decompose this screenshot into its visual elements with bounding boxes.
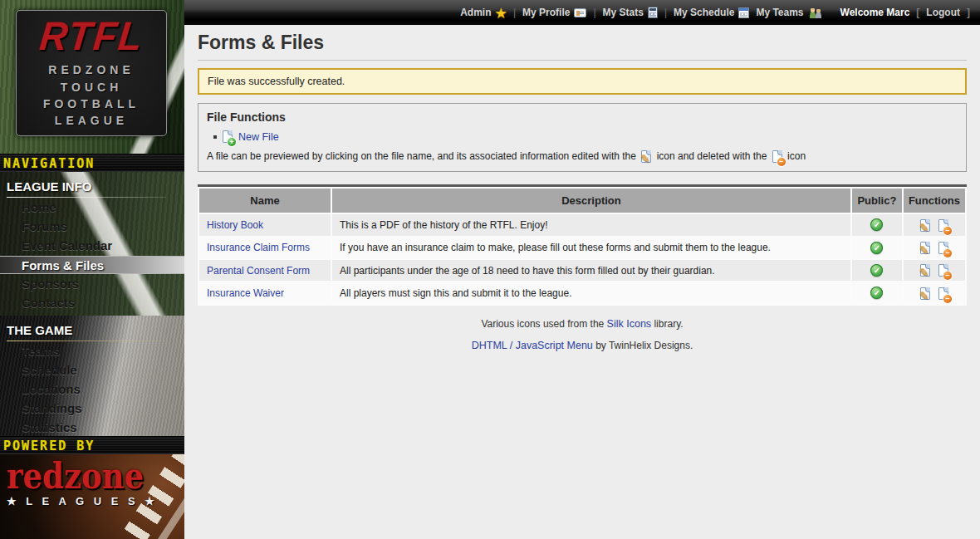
- silk-icons-link[interactable]: Silk Icons: [607, 318, 652, 330]
- table-header-row: Name Description Public? Functions: [199, 189, 965, 213]
- list-bullet: [213, 135, 217, 139]
- files-table: Name Description Public? Functions Histo…: [198, 184, 967, 305]
- logo-title: RTFL: [37, 16, 145, 56]
- topbar-separator: |: [593, 7, 595, 18]
- file-name-link[interactable]: Insurance Waiver: [207, 287, 284, 299]
- logout-bracket: ]: [967, 7, 970, 18]
- delete-icon[interactable]: [938, 264, 948, 277]
- sidebar-item-schedule[interactable]: Schedule: [0, 361, 184, 380]
- sidebar-item-locations[interactable]: Locations: [0, 380, 184, 399]
- sidebar-section-league-info: LEAGUE INFO Home Forums Event Calendar F…: [0, 172, 184, 316]
- vcard-icon: [574, 8, 586, 17]
- leagues-logo-text: ★ L E A G U E S ★: [7, 495, 158, 507]
- edit-icon[interactable]: [920, 264, 930, 277]
- page: RTFL REDZONE TOUCH FOOTBALL LEAGUE NAVIG…: [0, 0, 980, 539]
- footer-menu-text: by TwinHelix Designs.: [595, 340, 693, 351]
- column-header-public: Public?: [852, 189, 902, 213]
- page-footer: Various icons used from the Silk Icons l…: [198, 318, 967, 351]
- file-name-link[interactable]: Insurance Claim Forms: [207, 242, 310, 253]
- file-functions-box: File Functions New File A file can be pr…: [198, 103, 967, 172]
- sidebar-item-forums[interactable]: Forums: [0, 218, 184, 236]
- league-logo[interactable]: RTFL REDZONE TOUCH FOOTBALL LEAGUE: [16, 10, 167, 136]
- file-functions-title: File Functions: [207, 110, 958, 124]
- topbar-my-profile-label: My Profile: [522, 7, 570, 18]
- table-row: Insurance Waiver All players must sign t…: [199, 282, 965, 303]
- file-description: If you have an insurance claim to make, …: [332, 238, 850, 258]
- logo-subtitle-line: FOOTBALL: [43, 96, 140, 112]
- sidebar-section-the-game: THE GAME Teams Schedule Locations Standi…: [0, 316, 184, 436]
- file-name-link[interactable]: Parental Consent Form: [207, 265, 310, 277]
- new-file-icon: [223, 130, 233, 143]
- section-title-the-game: THE GAME: [0, 321, 184, 341]
- topbar-my-schedule-label: My Schedule: [674, 7, 734, 18]
- logo-subtitle-line: TOUCH: [61, 79, 123, 96]
- logo-subtitle-line: REDZONE: [48, 61, 134, 78]
- topbar-separator: |: [664, 7, 667, 18]
- sidebar: RTFL REDZONE TOUCH FOOTBALL LEAGUE NAVIG…: [0, 0, 184, 539]
- flash-notice: File was successfully created.: [198, 68, 967, 95]
- star-icon: ★: [495, 7, 506, 19]
- new-file-row: New File: [213, 130, 958, 143]
- content-area: Admin ★ | My Profile | My Stats | My Sch…: [184, 0, 980, 539]
- edit-icon[interactable]: [920, 287, 930, 300]
- logout-link[interactable]: Logout: [926, 7, 960, 18]
- table-row: Parental Consent Form All participants u…: [199, 260, 965, 281]
- redzone-leagues-logo[interactable]: redzone ★ L E A G U E S ★: [7, 461, 158, 507]
- sidebar-item-forms-files[interactable]: Forms & Files: [0, 256, 184, 274]
- table-row: History Book This is a PDF of the histor…: [199, 214, 965, 235]
- sidebar-item-event-calendar[interactable]: Event Calendar: [0, 237, 184, 255]
- title-divider: [198, 60, 967, 61]
- column-header-description: Description: [332, 189, 850, 213]
- welcome-user-label: Welcome Marc: [840, 7, 910, 18]
- footer-icons-text: library.: [654, 318, 683, 330]
- topbar-my-teams-link[interactable]: My Teams: [756, 7, 821, 18]
- sidebar-logo-area: RTFL REDZONE TOUCH FOOTBALL LEAGUE: [0, 0, 184, 154]
- delete-icon: [772, 150, 782, 163]
- redzone-logo-text: redzone: [7, 458, 158, 494]
- section-title-league-info: LEAGUE INFO: [0, 177, 184, 198]
- sidebar-item-teams[interactable]: Teams: [0, 342, 184, 360]
- edit-icon: [641, 150, 651, 163]
- table-row: Insurance Claim Forms If you have an ins…: [199, 238, 965, 258]
- delete-icon[interactable]: [938, 287, 948, 300]
- delete-icon[interactable]: [938, 219, 948, 232]
- file-functions-hint: A file can be previewed by clicking on t…: [207, 150, 958, 163]
- edit-icon[interactable]: [920, 242, 930, 254]
- public-check-icon: ✓: [870, 218, 883, 231]
- delete-icon[interactable]: [938, 242, 948, 254]
- file-name-link[interactable]: History Book: [207, 219, 263, 231]
- file-description: All players must sign this and submit it…: [332, 282, 850, 303]
- public-check-icon: ✓: [870, 287, 883, 299]
- sidebar-item-contacts[interactable]: Contacts: [0, 294, 184, 312]
- navigation-header: NAVIGATION: [0, 154, 184, 172]
- sidebar-item-sponsors[interactable]: Sponsors: [0, 275, 184, 293]
- topbar-my-teams-label: My Teams: [756, 7, 803, 18]
- topbar-admin-link[interactable]: Admin ★: [460, 7, 507, 19]
- public-check-icon: ✓: [870, 264, 883, 277]
- topbar-my-stats-link[interactable]: My Stats: [603, 7, 658, 18]
- logo-subtitle-line: LEAGUE: [55, 112, 128, 129]
- hint-text: icon: [787, 150, 806, 162]
- logout-bracket: [: [916, 7, 919, 18]
- powered-by-area: redzone ★ L E A G U E S ★: [0, 454, 184, 539]
- file-description: This is a PDF of the history of the RTFL…: [332, 214, 850, 235]
- new-file-link[interactable]: New File: [238, 131, 279, 143]
- hint-text: A file can be previewed by clicking on t…: [207, 150, 636, 162]
- public-check-icon: ✓: [870, 242, 883, 254]
- sidebar-item-standings[interactable]: Standings: [0, 399, 184, 418]
- topbar-my-stats-label: My Stats: [603, 7, 644, 18]
- powered-by-header: POWERED BY: [0, 436, 184, 454]
- sidebar-item-home[interactable]: Home: [0, 198, 184, 217]
- group-icon: [808, 7, 822, 18]
- twinhelix-menu-link[interactable]: DHTML / JavaScript Menu: [472, 340, 593, 351]
- sidebar-item-statistics[interactable]: Statistics: [0, 419, 184, 437]
- file-description: All participants under the age of 18 nee…: [332, 260, 850, 281]
- edit-icon[interactable]: [920, 219, 930, 232]
- topbar-my-schedule-link[interactable]: My Schedule: [674, 7, 749, 18]
- hint-text: icon and deleted with the: [657, 150, 767, 162]
- page-title: Forms & Files: [198, 32, 967, 54]
- calendar-icon: [738, 7, 749, 18]
- topbar-admin-label: Admin: [460, 7, 491, 18]
- topbar-separator: |: [513, 7, 516, 18]
- topbar-my-profile-link[interactable]: My Profile: [522, 7, 586, 18]
